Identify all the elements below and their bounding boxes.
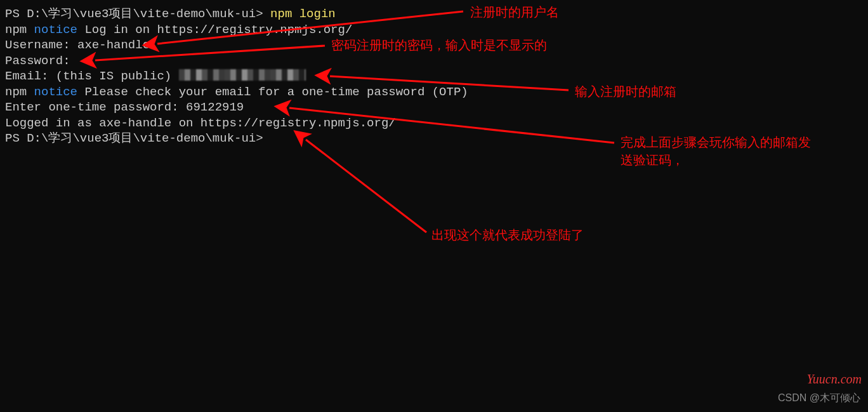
- output-line-username: Username: axe-handle: [5, 38, 150, 52]
- notice-keyword: notice: [34, 85, 77, 99]
- ps-prompt: PS D:\学习\vue3项目\vite-demo\muk-ui> npm lo…: [5, 7, 336, 21]
- ps-prompt[interactable]: PS D:\学习\vue3项目\vite-demo\muk-ui>: [5, 131, 263, 145]
- output-line-password: Password:: [5, 54, 70, 68]
- annotation-email: 输入注册时的邮箱: [575, 83, 676, 100]
- annotation-username: 注册时的用户名: [470, 3, 559, 21]
- notice-keyword: notice: [34, 23, 77, 37]
- typed-command[interactable]: npm login: [270, 7, 336, 21]
- output-line-email: Email: (this IS public): [5, 69, 306, 83]
- output-line: npm notice Log in on https://registry.np…: [5, 23, 352, 37]
- output-line: npm notice Please check your email for a…: [5, 85, 468, 99]
- watermark-yuucn: Yuucn.com: [807, 371, 862, 387]
- output-line-loggedin: Logged in as axe-handle on https://regis…: [5, 116, 396, 130]
- watermark-csdn: CSDN @木可倾心: [778, 390, 860, 406]
- terminal-output: PS D:\学习\vue3项目\vite-demo\muk-ui> npm lo…: [5, 6, 468, 147]
- annotation-success: 出现这个就代表成功登陆了: [431, 226, 584, 244]
- redacted-email: [179, 69, 306, 81]
- output-line-otp: Enter one-time password: 69122919: [5, 100, 244, 114]
- annotation-password: 密码注册时的密码，输入时是不显示的: [331, 36, 547, 54]
- svg-line-4: [306, 140, 426, 232]
- annotation-otp: 完成上面步骤会玩你输入的邮箱发 送验证码，: [621, 133, 811, 169]
